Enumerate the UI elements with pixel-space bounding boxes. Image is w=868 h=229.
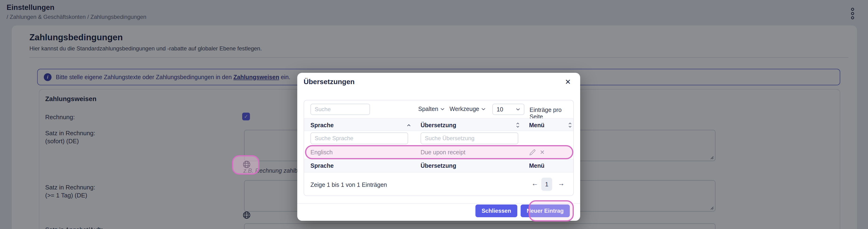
page-size-value: 10 [497, 106, 503, 113]
screen: Einstellungen / Zahlungen & Geschäftskon… [0, 0, 868, 229]
tools-dropdown[interactable]: Werkzeuge [450, 106, 486, 112]
filter-sprache-input[interactable] [310, 133, 408, 144]
page-size-select[interactable]: 10 [492, 104, 524, 115]
pagination-summary: Zeige 1 bis 1 von 1 Einträgen [310, 181, 387, 188]
footer-column-menue: Menü [529, 162, 545, 169]
column-header-menue[interactable]: Menü [529, 122, 545, 128]
filter-uebersetzung-input[interactable] [421, 133, 518, 144]
chevron-down-icon [440, 108, 444, 111]
modal-footer: Schliessen Neuer Eintrag [297, 204, 570, 217]
column-header-sprache[interactable]: Sprache [310, 122, 334, 128]
close-icon[interactable]: ✕ [563, 77, 572, 86]
search-input[interactable] [310, 104, 370, 115]
cell-language: Englisch [310, 149, 333, 156]
footer-column-uebersetzung: Übersetzung [421, 162, 456, 169]
page-number[interactable]: 1 [541, 178, 552, 191]
tools-dropdown-label: Werkzeuge [450, 106, 479, 112]
table-row: Englisch Due upon receipt ✕ [304, 146, 574, 159]
chevron-down-icon [516, 108, 520, 111]
column-header-uebersetzung[interactable]: Übersetzung [421, 122, 456, 128]
translations-table: Spalten Werkzeuge 10 Einträge pro Seite … [304, 100, 574, 196]
modal-title: Übersetzungen [304, 78, 355, 86]
sort-asc-icon[interactable] [407, 124, 411, 126]
table-header-row: Sprache Übersetzung Menü [304, 118, 574, 131]
table-filter-row [304, 131, 574, 146]
footer-column-sprache: Sprache [310, 162, 334, 169]
sort-icon[interactable] [568, 122, 572, 128]
translations-modal: Übersetzungen ✕ Spalten Werkzeuge 10 Ein… [297, 73, 580, 221]
columns-dropdown-label: Spalten [418, 106, 438, 112]
modal-footer-divider [297, 203, 580, 204]
delete-icon[interactable]: ✕ [539, 149, 546, 156]
chevron-down-icon [481, 108, 486, 111]
table-footer-row: Sprache Übersetzung Menü [304, 159, 574, 172]
sort-icon[interactable] [516, 122, 520, 128]
columns-dropdown[interactable]: Spalten [418, 106, 444, 112]
new-entry-button[interactable]: Neuer Eintrag [521, 204, 570, 217]
cell-translation: Due upon receipt [421, 149, 465, 156]
close-button[interactable]: Schliessen [475, 204, 517, 217]
edit-icon[interactable] [529, 149, 536, 156]
next-page-icon[interactable]: → [558, 179, 565, 187]
prev-page-icon[interactable]: ← [531, 179, 538, 187]
pagination-row: Zeige 1 bis 1 von 1 Einträgen ← 1 → [304, 172, 574, 197]
